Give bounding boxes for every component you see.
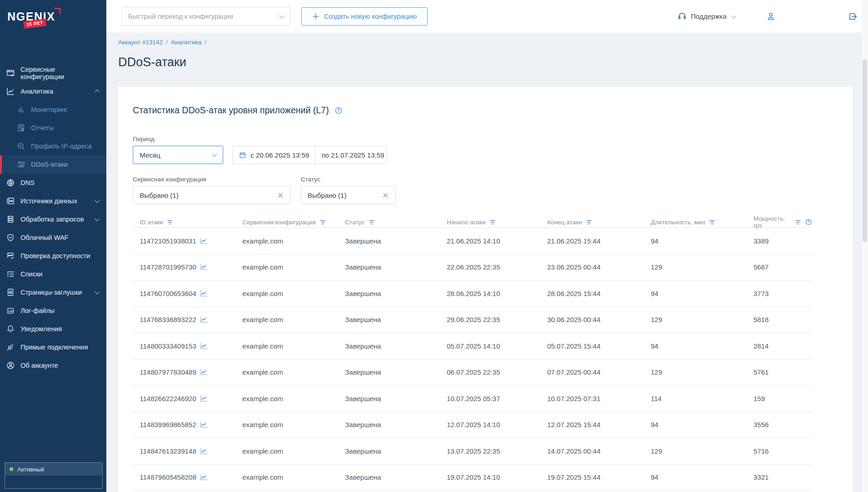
sidebar-item-monitoring[interactable]: Мониторинг bbox=[0, 101, 106, 119]
user-icon[interactable] bbox=[766, 11, 776, 21]
date-from[interactable]: с 20.06.2025 13:59 bbox=[233, 146, 315, 164]
sidebar-item-analytics[interactable]: Аналитика bbox=[0, 82, 106, 101]
breadcrumb-link[interactable]: Аккаунт #13142 bbox=[118, 39, 163, 46]
filter-icon[interactable] bbox=[167, 219, 173, 226]
status-filter[interactable]: Выбрано (1) bbox=[301, 186, 396, 204]
attack-duration: 129 bbox=[644, 368, 747, 376]
period-select[interactable]: Месяц bbox=[133, 146, 223, 164]
attack-power: 3321 bbox=[747, 473, 812, 481]
clear-filter-icon[interactable] bbox=[277, 192, 284, 199]
sidebar-item-log-files[interactable]: LOG Лог-файлы bbox=[0, 302, 106, 320]
sidebar-item-stub-pages[interactable]: Страницы-заглушки bbox=[0, 283, 106, 302]
breadcrumb-separator: / bbox=[166, 39, 168, 46]
attack-status: Завершена bbox=[338, 342, 440, 350]
attack-id: 114800333409153 bbox=[140, 342, 196, 350]
sidebar-item-dns[interactable]: DNS bbox=[0, 174, 106, 192]
attack-config: example.com bbox=[235, 237, 338, 245]
attack-power: 5761 bbox=[747, 368, 812, 376]
sidebar-item-lists[interactable]: Списки bbox=[0, 265, 106, 283]
attack-chart-icon[interactable] bbox=[200, 421, 208, 428]
table-row[interactable]: 114728701995730 example.com Завершена 22… bbox=[133, 254, 812, 281]
table-row[interactable]: 114768336893222 example.com Завершена 29… bbox=[133, 307, 812, 333]
sidebar-item-direct-connections[interactable]: Прямые подключения bbox=[0, 338, 106, 356]
attack-id: 114760700653604 bbox=[140, 290, 196, 297]
table-row[interactable]: 114839969865852 example.com Завершена 12… bbox=[133, 412, 812, 439]
clear-filter-icon[interactable] bbox=[382, 192, 389, 199]
table-row[interactable]: 114721051938031 example.com Завершена 21… bbox=[133, 228, 812, 254]
table-row[interactable]: 114760700653604 example.com Завершена 28… bbox=[133, 280, 812, 307]
filter-icon[interactable] bbox=[368, 219, 375, 226]
table-row[interactable]: 114847613239148 example.com Завершена 13… bbox=[133, 438, 812, 465]
create-config-button[interactable]: Создать новую конфигурацию bbox=[301, 7, 428, 26]
sidebar-item-data-sources[interactable]: Источники данных bbox=[0, 192, 106, 210]
sidebar-item-about-account[interactable]: Об аккаунте bbox=[0, 356, 106, 375]
attack-power: 2814 bbox=[747, 342, 812, 350]
sidebar-item-cloud-waf[interactable]: Облачный WAF bbox=[0, 228, 106, 247]
help-icon[interactable] bbox=[805, 218, 812, 226]
attack-chart-icon[interactable] bbox=[200, 448, 208, 455]
availability-icon bbox=[6, 251, 15, 260]
attack-chart-icon[interactable] bbox=[200, 369, 208, 376]
sidebar-item-ddos-attacks[interactable]: DDoS DDoS-атаки bbox=[0, 155, 106, 174]
sidebar-item-reports[interactable]: Отчеты bbox=[0, 119, 106, 137]
service-config-filter[interactable]: Выбрано (1) bbox=[133, 186, 291, 204]
sidebar-item-label: Отчеты bbox=[31, 124, 54, 132]
attack-chart-icon[interactable] bbox=[200, 316, 208, 323]
status-label: Статус bbox=[301, 176, 396, 183]
headset-icon bbox=[677, 11, 687, 21]
table-row[interactable]: 114800333409153 example.com Завершена 05… bbox=[133, 333, 812, 360]
table-row[interactable]: 114826622246920 example.com Завершена 10… bbox=[133, 386, 812, 412]
quick-config-select[interactable]: Быстрый переход к конфигурации bbox=[121, 7, 290, 26]
brand-logo[interactable]: NGENIX 15 ЛЕТ bbox=[0, 0, 106, 64]
attack-chart-icon[interactable] bbox=[200, 264, 208, 270]
attack-end: 30.06.2025 00:44 bbox=[540, 316, 644, 323]
attack-config: example.com bbox=[235, 368, 338, 376]
account-status-label: Активный bbox=[17, 466, 44, 473]
sidebar-item-availability[interactable]: Проверка доступности bbox=[0, 247, 106, 265]
attack-chart-icon[interactable] bbox=[200, 395, 208, 402]
attack-start: 05.07.2025 14:10 bbox=[440, 342, 540, 350]
status-value: Выбрано (1) bbox=[308, 191, 346, 199]
create-config-label: Создать новую конфигурацию bbox=[324, 13, 417, 20]
period-label: Период bbox=[133, 136, 852, 143]
attack-duration: 94 bbox=[644, 237, 747, 245]
sidebar-item-notifications[interactable]: Уведомления bbox=[0, 320, 106, 338]
support-menu[interactable]: Поддержка bbox=[677, 11, 736, 21]
attack-chart-icon[interactable] bbox=[200, 238, 208, 244]
page-title: DDoS-атаки bbox=[118, 55, 868, 69]
attack-chart-icon[interactable] bbox=[200, 290, 208, 297]
help-icon[interactable] bbox=[335, 106, 343, 115]
attack-chart-icon[interactable] bbox=[200, 343, 208, 349]
filter-icon[interactable] bbox=[489, 219, 496, 226]
sidebar-item-service-configs[interactable]: Сервисные конфигурации bbox=[0, 64, 106, 82]
attack-chart-icon[interactable] bbox=[200, 474, 208, 481]
attack-status: Завершена bbox=[338, 473, 440, 481]
breadcrumb-separator: / bbox=[204, 39, 206, 46]
table-row[interactable]: 114807977830489 example.com Завершена 06… bbox=[133, 360, 812, 386]
filter-icon[interactable] bbox=[795, 219, 801, 226]
sidebar-item-label: Профиль IP-адреса bbox=[31, 143, 92, 150]
chevron-icon bbox=[94, 216, 99, 221]
filter-icon[interactable] bbox=[319, 219, 326, 226]
account-status-box[interactable]: Активный bbox=[5, 462, 103, 489]
svg-text:IP: IP bbox=[19, 144, 22, 147]
filter-icon[interactable] bbox=[586, 219, 592, 226]
chevron-icon bbox=[94, 289, 99, 294]
date-range-picker[interactable]: с 20.06.2025 13:59 по 21.07.2025 13:59 bbox=[232, 146, 387, 164]
date-to[interactable]: по 21.07.2025 13:59 bbox=[315, 146, 390, 164]
attack-end: 23.06.2025 00:44 bbox=[540, 263, 644, 271]
account-status-row: Активный bbox=[5, 463, 102, 476]
attack-id: 114728701995730 bbox=[140, 263, 196, 271]
attack-end: 19.07.2025 15:44 bbox=[540, 473, 644, 481]
table-row[interactable]: 114879605458208 example.com Завершена 19… bbox=[133, 465, 812, 491]
breadcrumb-link[interactable]: Аналитика bbox=[171, 39, 201, 46]
attack-start: 29.06.2025 22:35 bbox=[440, 316, 540, 323]
monitoring-icon bbox=[16, 105, 26, 114]
sidebar-item-ip-profile[interactable]: IP Профиль IP-адреса bbox=[0, 137, 106, 155]
sidebar-item-request-processing[interactable]: Обработка запросов bbox=[0, 210, 106, 228]
logout-icon[interactable] bbox=[848, 11, 858, 21]
attack-end: 05.07.2025 15:44 bbox=[540, 342, 644, 350]
filter-icon[interactable] bbox=[709, 219, 716, 226]
scrollbar-thumb[interactable] bbox=[863, 59, 867, 242]
page-scrollbar[interactable] bbox=[862, 0, 868, 492]
